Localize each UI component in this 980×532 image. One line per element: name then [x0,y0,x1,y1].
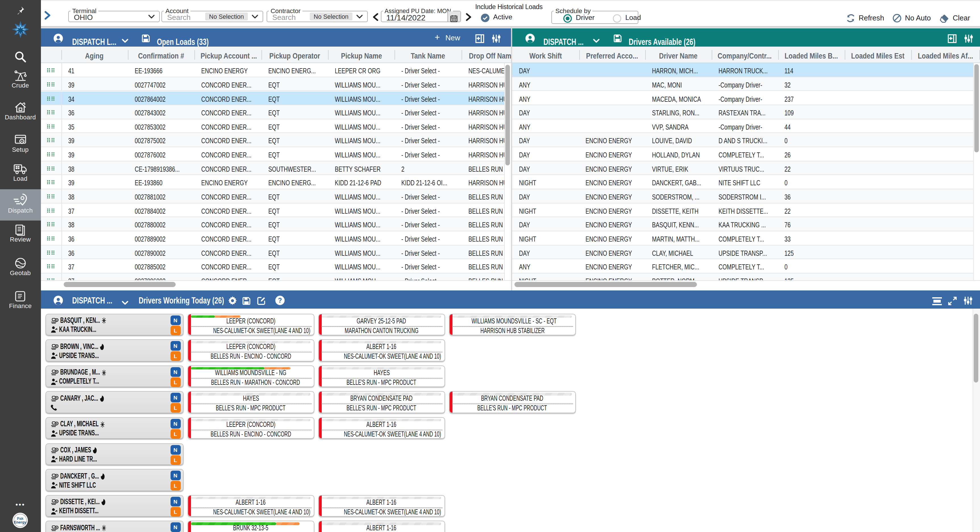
svg-text:Energy: Energy [14,520,27,524]
svg-text:?: ? [278,297,282,304]
